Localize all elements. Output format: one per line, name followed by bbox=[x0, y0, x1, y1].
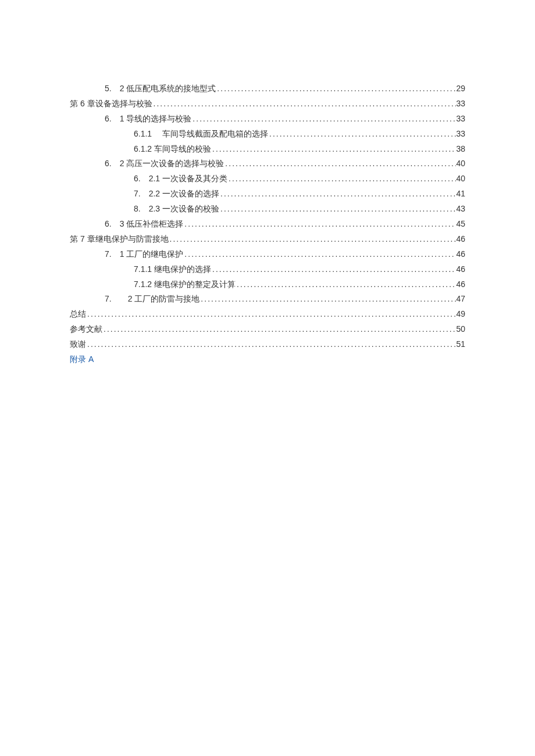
leader-dots bbox=[211, 142, 456, 157]
toc-page: 46 bbox=[456, 277, 465, 292]
toc-label: 5. 2 低压配电系统的接地型式 bbox=[105, 81, 216, 96]
leader-dots bbox=[224, 156, 456, 171]
leader-dots bbox=[183, 217, 456, 232]
toc-label: 7.1.2 继电保护的整定及计算 bbox=[134, 277, 236, 292]
toc-page: 33 bbox=[456, 127, 465, 142]
toc-entry: 7. 2.2 一次设备的选择 41 bbox=[70, 187, 465, 202]
leader-dots bbox=[102, 322, 456, 337]
toc-label: 第 6 章设备选择与校验 bbox=[70, 96, 152, 112]
toc-label: 8. 2.3 一次设备的校验 bbox=[134, 202, 219, 217]
leader-dots bbox=[152, 96, 456, 112]
toc-entry: 8. 2.3 一次设备的校验 43 bbox=[70, 202, 465, 217]
toc-entry: 7.1.1 继电保护的选择 46 bbox=[70, 262, 465, 277]
toc-page: 50 bbox=[456, 322, 465, 337]
leader-dots bbox=[219, 187, 456, 202]
toc-entry: 第 6 章设备选择与校验 33 bbox=[70, 96, 465, 112]
toc-page: 38 bbox=[456, 142, 465, 157]
toc-label: 6. 1 导线的选择与校验 bbox=[105, 112, 191, 127]
toc-page: 29 bbox=[456, 81, 465, 96]
toc-entry: 7. 1 工厂的继电保护 46 bbox=[70, 247, 465, 262]
leader-dots bbox=[169, 232, 456, 247]
toc-page: 41 bbox=[456, 187, 465, 202]
toc-entry: 6. 3 低压补偿柜选择 45 bbox=[70, 217, 465, 232]
toc-label: 6.1.2 车间导线的校验 bbox=[134, 142, 211, 157]
leader-dots bbox=[86, 307, 456, 322]
toc-entry: 6.1.2 车间导线的校验 38 bbox=[70, 142, 465, 157]
toc-entry: 7.1.2 继电保护的整定及计算 46 bbox=[70, 277, 465, 292]
toc-page: 40 bbox=[456, 156, 465, 171]
toc-label: 6. 2 高压一次设备的选择与校验 bbox=[105, 156, 224, 171]
leader-dots bbox=[268, 127, 456, 142]
toc-entry: 7. 2 工厂的防雷与接地 47 bbox=[70, 292, 465, 307]
toc-page: 33 bbox=[456, 96, 465, 112]
toc-page: 46 bbox=[456, 247, 465, 262]
leader-dots bbox=[236, 277, 456, 292]
toc-label: 7. 2 工厂的防雷与接地 bbox=[105, 292, 199, 307]
appendix-label: 附录 A bbox=[70, 352, 94, 367]
toc-page: 49 bbox=[456, 307, 465, 322]
toc-entry: 总结 49 bbox=[70, 307, 465, 322]
document-page: 5. 2 低压配电系统的接地型式 29 第 6 章设备选择与校验 33 6. 1… bbox=[0, 0, 535, 367]
toc-entry: 致谢 51 bbox=[70, 337, 465, 352]
toc-label: 6. 3 低压补偿柜选择 bbox=[105, 217, 183, 232]
toc-label: 7.1.1 继电保护的选择 bbox=[134, 262, 211, 277]
toc-page: 47 bbox=[456, 292, 465, 307]
toc-label: 7. 2.2 一次设备的选择 bbox=[134, 187, 219, 202]
toc-entry: 第 7 章继电保护与防雷接地 46 bbox=[70, 232, 465, 247]
toc-page: 46 bbox=[456, 262, 465, 277]
leader-dots bbox=[86, 337, 456, 352]
toc-page: 51 bbox=[456, 337, 465, 352]
leader-dots bbox=[219, 202, 456, 217]
leader-dots bbox=[227, 171, 456, 187]
leader-dots bbox=[211, 262, 456, 277]
toc-label: 致谢 bbox=[70, 337, 86, 352]
toc-entry: 6. 2 高压一次设备的选择与校验 40 bbox=[70, 156, 465, 171]
toc-label: 总结 bbox=[70, 307, 86, 322]
toc-label: 第 7 章继电保护与防雷接地 bbox=[70, 232, 169, 247]
toc-entry: 6.1.1 车间导线截面及配电箱的选择 33 bbox=[70, 127, 465, 142]
toc-entry: 6. 1 导线的选择与校验 33 bbox=[70, 112, 465, 127]
toc-page: 40 bbox=[456, 171, 465, 187]
toc-entry: 参考文献 50 bbox=[70, 322, 465, 337]
leader-dots bbox=[191, 112, 456, 127]
toc-page: 45 bbox=[456, 217, 465, 232]
leader-dots bbox=[216, 81, 456, 96]
toc-label: 6. 2.1 一次设备及其分类 bbox=[134, 171, 227, 187]
toc-entry: 5. 2 低压配电系统的接地型式 29 bbox=[70, 81, 465, 96]
toc-label: 6.1.1 车间导线截面及配电箱的选择 bbox=[134, 127, 268, 142]
leader-dots bbox=[183, 247, 456, 262]
toc-label: 7. 1 工厂的继电保护 bbox=[105, 247, 183, 262]
leader-dots bbox=[199, 292, 456, 307]
toc-page: 43 bbox=[456, 202, 465, 217]
toc-page: 46 bbox=[456, 232, 465, 247]
toc-label: 参考文献 bbox=[70, 322, 102, 337]
toc-entry: 6. 2.1 一次设备及其分类 40 bbox=[70, 171, 465, 187]
appendix-link[interactable]: 附录 A bbox=[70, 352, 465, 367]
toc-page: 33 bbox=[456, 112, 465, 127]
